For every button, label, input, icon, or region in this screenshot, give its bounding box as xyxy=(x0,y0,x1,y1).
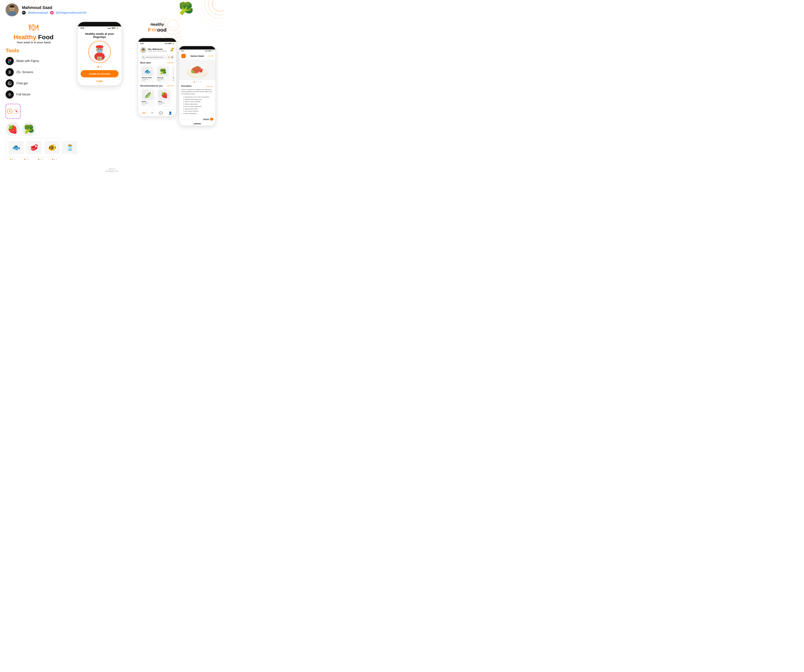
status-time: 9:41 xyxy=(80,27,84,29)
detail-status-icons: ●●● WiFi 🔋 xyxy=(205,50,214,52)
behance-icon: Bē xyxy=(22,11,26,15)
brand-title: Healthy Food xyxy=(13,34,54,41)
svg-point-69 xyxy=(201,69,203,71)
broccoli-name: Broccoli xyxy=(157,77,168,78)
svg-rect-17 xyxy=(13,6,14,8)
food-card-salmon[interactable]: ♥ 🐟 Salmon Salad Description ★4.5 xyxy=(141,65,154,83)
home-status-icons: ●●● WiFi 🔋 xyxy=(165,42,174,44)
rec-card-beans[interactable]: ♥ 🫛 Beans Description ★4.5 xyxy=(141,88,155,107)
detail-phone: 9:41 ●●● WiFi 🔋 ‹ Salmon Salad 4.5 ⭐ xyxy=(179,46,216,126)
beans-name: Beans xyxy=(142,101,154,102)
login-button[interactable]: Login xyxy=(96,80,103,82)
berry-name: Berry xyxy=(158,101,170,102)
food-card-broccoli[interactable]: ♥ 🥦 Broccoli Description ★4.5 xyxy=(156,65,170,83)
beans-desc: Description xyxy=(142,102,154,104)
broccoli-rating: ★4.5 xyxy=(157,80,168,81)
avatar xyxy=(6,3,19,16)
svg-rect-20 xyxy=(8,60,10,62)
fav-icons-row: ♥ 🔖 xyxy=(6,104,61,119)
bottom-nav: 🍽 ❤ 💬 👤 xyxy=(138,109,176,116)
brand-subtitle: Your meal is in your hand xyxy=(16,41,51,44)
right-phones-wrapper: Healthy F 🍽 ood xyxy=(138,20,218,126)
watermark: مستقل mostaql.com xyxy=(0,165,223,175)
nav-heart[interactable]: ❤ xyxy=(151,111,154,115)
svg-point-40 xyxy=(100,49,101,50)
hf-f-letter: F xyxy=(148,27,151,33)
bookmark-icon[interactable]: 🔖 xyxy=(14,109,19,114)
nav-food[interactable]: 🍽 xyxy=(142,111,145,115)
svg-text:🛍: 🛍 xyxy=(98,57,100,60)
most-rated-view-all[interactable]: View All > xyxy=(167,62,174,64)
tools-heading: Tools xyxy=(6,47,61,54)
tool-item-screens: 25+ Screens xyxy=(6,68,61,76)
back-button[interactable]: ‹ xyxy=(181,54,186,58)
food-strip-tuna: 🥩 xyxy=(27,141,41,154)
notification-button[interactable]: 🔔 xyxy=(169,47,174,52)
middle-panel: 9:41 ●●● WiFi 🔋 Healthy meals at your fi… xyxy=(65,20,134,160)
food-strip-salmon: 🐟 xyxy=(9,141,24,154)
reviews-button[interactable]: › xyxy=(210,118,213,121)
search-bar: 🔍 🎙 ⚙ xyxy=(141,55,174,60)
svg-line-49 xyxy=(175,29,176,31)
beans-fav-heart[interactable]: ♥ xyxy=(151,90,154,93)
hf-healthy-text: Healthy xyxy=(150,22,164,27)
dribbble-link[interactable]: @Designermahmoud1000 xyxy=(56,11,87,14)
desc-item-1: 1. Reducing the risk of heart complicati… xyxy=(181,96,213,98)
tool-item-figma: Made with Figma xyxy=(6,57,61,65)
fav-box: ♥ 🔖 xyxy=(6,104,20,119)
dot-2 xyxy=(100,66,101,67)
tool-item-chatgpt: Chat gpt xyxy=(6,79,61,87)
filter-icon[interactable]: ⚙ xyxy=(171,56,173,59)
onboarding-title: Healthy meals at your fingertips xyxy=(80,32,119,39)
detail-food-img xyxy=(179,60,216,80)
nav-chat[interactable]: 💬 xyxy=(159,111,163,115)
most-rated-title: Most rated xyxy=(141,62,151,64)
view-link[interactable]: View 1503 xyxy=(206,86,213,87)
search-input[interactable] xyxy=(146,56,167,58)
broccoli-top-decoration: 🥦 xyxy=(179,2,194,15)
berries-thumb: 🍓 xyxy=(6,122,20,136)
detail-status-time: 9:41 xyxy=(181,50,184,52)
svg-line-50 xyxy=(177,31,178,33)
desc-item-5: 5. Rich in omega-3 fatty acids xyxy=(181,106,213,108)
detail-title: Salmon Salad xyxy=(190,55,204,57)
svg-rect-16 xyxy=(10,6,11,8)
salmon-desc: Description xyxy=(142,78,153,80)
detail-list: 1. Reducing the risk of heart complicati… xyxy=(181,96,213,115)
food-card-pea[interactable]: 🫛 Pe... De... ★4.5 xyxy=(172,65,174,83)
heart-icon[interactable]: ♥ xyxy=(7,109,12,114)
svg-point-36 xyxy=(97,49,102,52)
svg-point-14 xyxy=(13,8,13,8)
reviews-label: Reviews xyxy=(203,118,209,120)
rec-card-berry[interactable]: ♥ 🍓 Berry Description ★4.5 xyxy=(157,88,172,107)
recommended-view-all[interactable]: View All > xyxy=(167,85,174,87)
svg-point-22 xyxy=(10,60,11,62)
star-4: ☆ xyxy=(190,118,193,121)
broccoli-thumb: 🥦 xyxy=(22,122,36,136)
food-strip-tuna-img: 🥩 xyxy=(27,141,41,154)
broccoli-fav-heart[interactable]: ♥ xyxy=(166,67,169,70)
svg-point-41 xyxy=(168,20,179,31)
berry-fav-heart[interactable]: ♥ xyxy=(167,90,170,93)
svg-rect-21 xyxy=(8,62,10,63)
notification-dot xyxy=(172,47,174,49)
behance-link[interactable]: @Mahmoudsaad xyxy=(28,11,48,14)
dot-1 xyxy=(98,66,99,67)
home-indicator xyxy=(194,124,201,124)
salmon-fav-heart[interactable]: ♥ xyxy=(150,67,154,70)
food-strip-dots xyxy=(6,159,61,160)
create-account-button[interactable]: Create an account xyxy=(80,70,119,77)
nav-profile[interactable]: 👤 xyxy=(168,111,172,115)
home-phone: 9:41 ●●● WiFi 🔋 👨 Hey, Mahmoud.. C xyxy=(138,38,177,117)
svg-point-11 xyxy=(8,11,16,15)
mic-icon[interactable]: 🎙 xyxy=(168,56,170,59)
home-phone-content: 👨 Hey, Mahmoud.. Cairo, Giza Gamal Stree… xyxy=(138,45,176,108)
left-panel: 🍽 Healthy Food Your meal is in your hand… xyxy=(6,20,61,160)
hf-logo-area: Healthy F 🍽 ood xyxy=(138,20,177,34)
svg-line-48 xyxy=(173,28,174,29)
star-1: ☆ xyxy=(181,118,184,121)
star-2: ☆ xyxy=(184,118,187,121)
food-strip-salmon2-img: 🐠 xyxy=(44,141,59,154)
tool-label-chatgpt: Chat gpt xyxy=(16,82,28,85)
detail-dot-2 xyxy=(196,81,197,82)
